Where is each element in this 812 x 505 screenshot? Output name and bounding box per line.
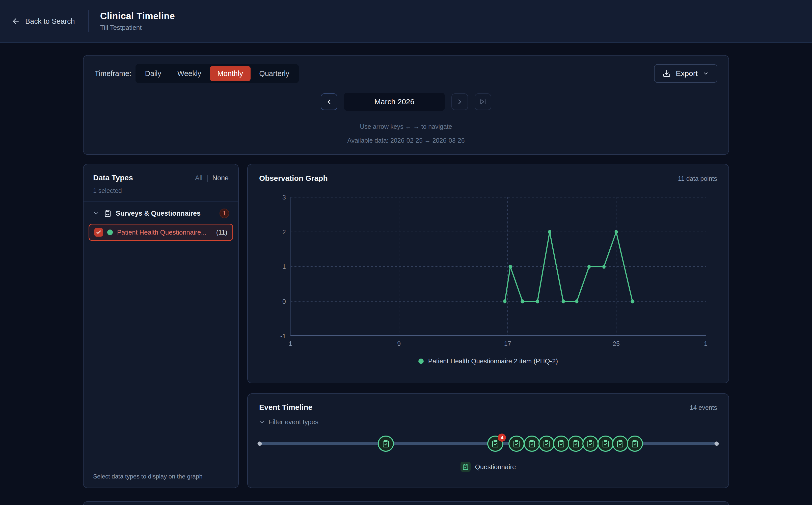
questionnaire-event-marker[interactable] (627, 436, 643, 452)
clipboard-check-icon (572, 440, 580, 448)
y-axis-tick-label: -1 (271, 332, 286, 340)
download-icon (662, 69, 671, 77)
group-count-badge: 1 (220, 208, 229, 218)
header-titles: Clinical Timeline Till Testpatient (100, 11, 175, 31)
clipboard-check-icon (462, 464, 469, 470)
data-point[interactable] (536, 300, 539, 304)
current-period: March 2026 (344, 93, 445, 111)
select-none-link[interactable]: None (212, 174, 229, 182)
data-point[interactable] (562, 300, 565, 304)
questionnaire-event-marker[interactable] (508, 436, 525, 452)
header-divider (88, 10, 88, 32)
select-links: All | None (195, 174, 229, 182)
data-point[interactable] (587, 265, 591, 269)
data-point[interactable] (521, 300, 524, 304)
event-timeline-panel: Event Timeline 14 events Filter event ty… (247, 393, 729, 488)
data-type-count: (11) (216, 228, 227, 236)
timeframe-quarterly-button[interactable]: Quarterly (252, 66, 297, 81)
skip-to-end-icon (479, 98, 487, 106)
clipboard-check-icon (557, 440, 565, 448)
timeline-start-endpoint (258, 442, 262, 446)
y-axis-tick-label: 1 (271, 263, 286, 271)
sidebar-footer-hint: Select data types to display on the grap… (83, 465, 238, 488)
skip-to-latest-button[interactable] (475, 94, 491, 110)
questionnaire-event-marker[interactable] (538, 436, 555, 452)
x-axis-tick-label: 9 (397, 340, 401, 347)
next-period-button[interactable] (452, 94, 468, 110)
timeframe-segmented-control: DailyWeeklyMonthlyQuarterly (136, 64, 299, 83)
x-axis-tick-label: 1 (704, 340, 708, 347)
chevron-down-icon[interactable] (92, 210, 100, 217)
chevron-down-icon (703, 70, 709, 76)
page-title: Clinical Timeline (100, 11, 175, 21)
timeframe-label: Timeframe: (95, 69, 131, 78)
data-types-title: Data Types (93, 173, 133, 182)
data-type-item[interactable]: Patient Health Questionnaire...(11) (88, 224, 233, 241)
questionnaire-event-marker[interactable] (524, 436, 540, 452)
data-point[interactable] (602, 265, 606, 269)
y-axis-tick-label: 0 (271, 298, 286, 305)
controls-top-row: Timeframe: DailyWeeklyMonthlyQuarterly E… (95, 64, 717, 83)
clipboard-check-icon (528, 440, 536, 448)
app-header: Back to Search Clinical Timeline Till Te… (0, 0, 812, 43)
questionnaire-event-marker[interactable] (597, 436, 614, 452)
main-content: Data Types All | None 1 selected Surveys… (83, 164, 729, 488)
timeframe-weekly-button[interactable]: Weekly (170, 66, 209, 81)
event-legend-label: Questionnaire (475, 463, 516, 471)
sidebar-spacer (83, 241, 238, 465)
y-axis-tick-label: 3 (271, 193, 286, 201)
previous-period-button[interactable] (321, 94, 337, 110)
data-points-count: 11 data points (678, 175, 717, 182)
chart-legend: Patient Health Questionnaire 2 item (PHQ… (259, 357, 717, 365)
data-type-group-row[interactable]: Surveys & Questionnaires 1 (83, 201, 238, 222)
observation-chart[interactable]: 3210-11917251 (290, 197, 706, 336)
questionnaire-event-marker[interactable] (582, 436, 598, 452)
keyboard-hint: Use arrow keys ← → to navigate (95, 123, 717, 130)
period-navigation: March 2026 (95, 93, 717, 111)
questionnaire-event-marker[interactable] (378, 436, 394, 452)
group-label: Surveys & Questionnaires (116, 209, 215, 217)
y-axis-tick-label: 2 (271, 228, 286, 236)
checkbox-checked[interactable] (94, 228, 103, 236)
data-summary-panel: Data Summary (83, 501, 729, 505)
data-point[interactable] (548, 230, 551, 234)
back-to-search-label: Back to Search (25, 17, 75, 25)
clipboard-check-icon (586, 440, 594, 448)
available-data-range: Available data: 2026-02-25 → 2026-03-26 (95, 137, 717, 144)
data-point[interactable] (509, 265, 512, 269)
export-label: Export (676, 69, 698, 78)
legend-label: Patient Health Questionnaire 2 item (PHQ… (428, 357, 558, 365)
data-point[interactable] (631, 300, 634, 304)
select-links-separator: | (206, 174, 208, 182)
arrow-left-icon (12, 17, 20, 25)
timeframe-monthly-button[interactable]: Monthly (210, 66, 251, 81)
legend-color-dot (419, 359, 424, 364)
patient-name: Till Testpatient (100, 24, 175, 31)
event-timeline-title: Event Timeline (259, 403, 312, 411)
select-all-link[interactable]: All (195, 174, 202, 182)
questionnaire-event-marker[interactable] (612, 436, 628, 452)
questionnaire-event-marker[interactable]: 4 (487, 436, 503, 452)
check-icon (96, 229, 101, 235)
event-timeline-track: 4 (260, 428, 717, 460)
filter-event-types-toggle[interactable]: Filter event types (259, 418, 717, 426)
back-to-search-button[interactable]: Back to Search (12, 17, 75, 25)
series-color-dot (107, 229, 113, 235)
clipboard-check-icon (382, 440, 390, 448)
timeframe-controls-panel: Timeframe: DailyWeeklyMonthlyQuarterly E… (83, 55, 729, 155)
clipboard-check-icon (631, 440, 639, 448)
data-point[interactable] (575, 300, 579, 304)
data-point[interactable] (614, 230, 618, 234)
timeframe-daily-button[interactable]: Daily (138, 66, 169, 81)
questionnaire-event-marker[interactable] (568, 436, 584, 452)
clipboard-check-icon (616, 440, 624, 448)
data-point[interactable] (503, 300, 506, 304)
x-axis-tick-label: 25 (613, 340, 620, 347)
chevron-right-icon (456, 98, 464, 106)
data-types-header: Data Types All | None 1 selected (83, 164, 238, 201)
clipboard-check-icon (543, 440, 551, 448)
questionnaire-event-marker[interactable] (553, 436, 569, 452)
event-cluster-badge: 4 (498, 434, 506, 442)
timeline-end-endpoint (715, 442, 719, 446)
export-button[interactable]: Export (654, 64, 717, 83)
